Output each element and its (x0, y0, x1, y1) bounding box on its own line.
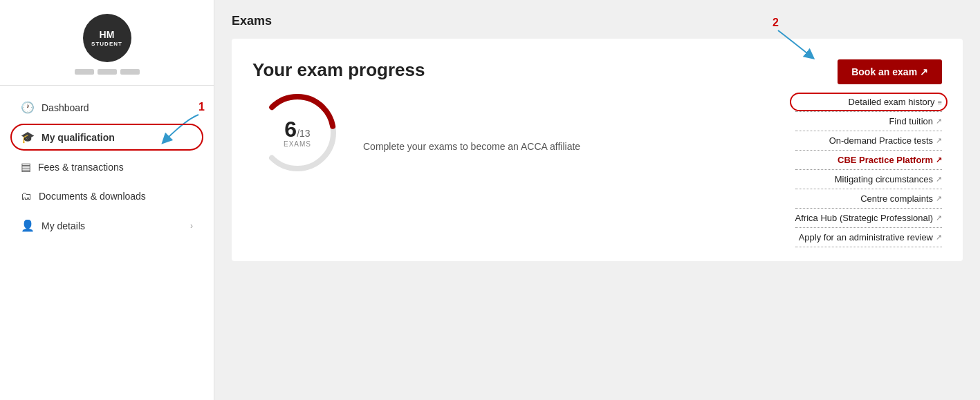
sidebar: HM STUDENT 1 🕐 Dashboard 🎓 My qualificat… (0, 0, 214, 400)
ext-icon: ↗ (936, 155, 942, 164)
page-title: Exams (232, 14, 963, 28)
mydetails-icon: 👤 (21, 219, 35, 232)
action-label: Detailed exam history (849, 97, 935, 107)
exams-card: 2 Your exam progress (232, 39, 963, 261)
action-link-mitigating[interactable]: Mitigating circumstances ↗ (795, 170, 942, 189)
exam-subtitle: Complete your exams to become an ACCA af… (363, 141, 580, 152)
ext-icon: ↗ (936, 194, 942, 203)
ext-icon: ≡ (938, 98, 942, 106)
progress-fraction: /13 (297, 128, 310, 139)
ext-icon: ↗ (936, 233, 942, 242)
sidebar-divider (0, 85, 214, 86)
dashboard-icon: 🕐 (21, 101, 35, 114)
book-exam-button[interactable]: Book an exam ↗ (838, 59, 942, 84)
action-link-practice-tests[interactable]: On-demand Practice tests ↗ (795, 131, 942, 151)
action-link-admin-review[interactable]: Apply for an administrative review ↗ (795, 228, 942, 247)
sidebar-item-label: Dashboard (41, 102, 89, 113)
action-link-cbe-platform[interactable]: CBE Practice Platform ↗ (795, 151, 942, 170)
avatar-subtitle: STUDENT (91, 41, 122, 48)
action-label: Africa Hub (Strategic Professional) (795, 213, 933, 223)
sidebar-item-myqualification[interactable]: 🎓 My qualification (14, 122, 200, 152)
ext-icon: ↗ (936, 175, 942, 184)
sidebar-item-documents[interactable]: 🗂 Documents & downloads (14, 182, 200, 211)
qualification-icon: 🎓 (21, 131, 35, 144)
chevron-icon: › (190, 221, 193, 231)
sidebar-nav: 🕐 Dashboard 🎓 My qualification ▤ Fees & … (0, 93, 214, 240)
sidebar-item-label: My details (41, 220, 85, 231)
ext-icon: ↗ (936, 117, 942, 126)
sidebar-item-mydetails[interactable]: 👤 My details › (14, 211, 200, 240)
progress-number: 6 (284, 117, 297, 142)
action-label: Mitigating circumstances (835, 174, 933, 184)
action-link-centre-complaints[interactable]: Centre complaints ↗ (795, 189, 942, 209)
action-label: Centre complaints (860, 193, 933, 204)
sidebar-item-fees[interactable]: ▤ Fees & transactions (14, 152, 200, 182)
action-links: Detailed exam history ≡ Find tuition ↗ O… (795, 93, 942, 247)
action-link-detailed-exam[interactable]: Detailed exam history ≡ (795, 93, 942, 112)
action-label: On-demand Practice tests (829, 135, 933, 146)
sidebar-item-dashboard[interactable]: 🕐 Dashboard (14, 93, 200, 122)
action-label: CBE Practice Platform (838, 155, 933, 165)
action-label: Apply for an administrative review (799, 232, 933, 242)
ext-icon: ↗ (936, 213, 942, 222)
progress-text: EXAMS (284, 140, 311, 148)
ext-icon: ↗ (936, 136, 942, 145)
action-link-africa-hub[interactable]: Africa Hub (Strategic Professional) ↗ (795, 209, 942, 228)
main-content: Exams 2 Your exam progress (214, 0, 980, 400)
documents-icon: 🗂 (21, 190, 32, 202)
action-link-find-tuition[interactable]: Find tuition ↗ (795, 112, 942, 131)
avatar-initials: HM (100, 29, 115, 41)
avatar: HM STUDENT (83, 14, 131, 62)
action-label: Find tuition (889, 116, 933, 126)
fees-icon: ▤ (21, 160, 31, 173)
sidebar-item-label: Documents & downloads (39, 191, 146, 202)
sidebar-item-label: Fees & transactions (38, 162, 124, 173)
user-info-dots (75, 69, 140, 75)
progress-label: 6/13 EXAMS (284, 118, 311, 148)
sidebar-item-label: My qualification (41, 132, 115, 143)
progress-section: Your exam progress 6/13 EXAMS (252, 59, 734, 178)
right-panel: Book an exam ↗ Detailed exam history ≡ F… (734, 59, 942, 247)
progress-circle: 6/13 EXAMS (252, 88, 342, 178)
